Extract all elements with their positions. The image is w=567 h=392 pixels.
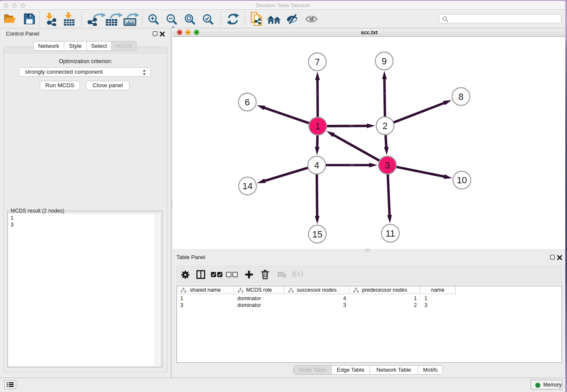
- svg-text:10: 10: [457, 175, 467, 185]
- svg-text:8: 8: [459, 92, 464, 102]
- svg-text:9: 9: [382, 56, 387, 66]
- svg-text:7: 7: [315, 57, 320, 67]
- svg-text:11: 11: [385, 229, 395, 239]
- svg-text:2: 2: [383, 121, 388, 131]
- svg-text:4: 4: [314, 160, 319, 171]
- svg-text:15: 15: [312, 229, 322, 240]
- svg-text:6: 6: [245, 97, 250, 108]
- svg-text:3: 3: [385, 160, 390, 171]
- svg-text:1: 1: [315, 121, 320, 132]
- svg-text:14: 14: [242, 181, 253, 191]
